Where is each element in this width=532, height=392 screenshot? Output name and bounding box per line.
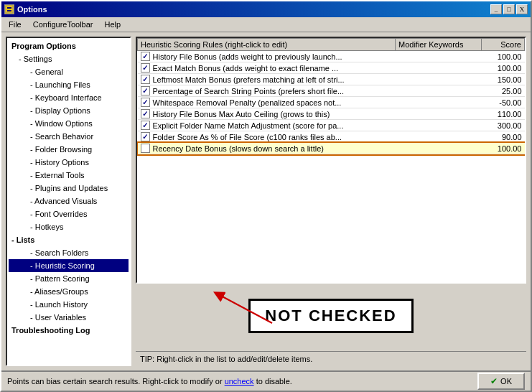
rule-keywords	[396, 131, 482, 143]
window-icon	[4, 4, 14, 14]
sidebar-section-lists[interactable]: - Lists	[9, 233, 129, 246]
rule-label: Explicit Folder Name Match Adjustment (s…	[153, 121, 344, 130]
sidebar-item-window-options[interactable]: - Window Options	[9, 117, 129, 130]
rule-score: -50.00	[482, 97, 525, 108]
rule-checkbox[interactable]	[141, 98, 150, 107]
rule-score: 300.00	[482, 120, 525, 131]
sidebar-item-settings[interactable]: - Settings	[9, 52, 129, 65]
table-row[interactable]: Recency Date Bonus (slows down search a …	[138, 143, 525, 154]
sidebar-item-external-tools[interactable]: - External Tools	[9, 169, 129, 182]
sidebar-item-history-options[interactable]: - History Options	[9, 156, 129, 169]
options-window: Options _ □ X File ConfigureToolbar Help…	[0, 0, 532, 392]
sidebar-item-search-folders[interactable]: - Search Folders	[9, 246, 129, 259]
rule-label: History File Bonus Max Auto Ceiling (gro…	[153, 110, 330, 118]
sidebar-item-general[interactable]: - General	[9, 65, 129, 78]
sidebar-item-font-overrides[interactable]: - Font Overrides	[9, 207, 129, 220]
sidebar-item-advanced-visuals[interactable]: - Advanced Visuals	[9, 195, 129, 207]
sidebar-section-program-options[interactable]: Program Options	[9, 39, 129, 52]
sidebar-item-keyboard-interface[interactable]: - Keyboard Interface	[9, 91, 129, 104]
rule-cell: Whitespace Removal Penalty (penalized sp…	[138, 97, 396, 108]
sidebar: Program Options - Settings - General - L…	[6, 37, 131, 366]
rule-checkbox[interactable]	[141, 132, 150, 141]
rule-score: 100.00	[482, 51, 525, 62]
rule-label: Recency Date Bonus (slows down search a …	[153, 144, 324, 153]
sidebar-item-search-behavior[interactable]: - Search Behavior	[9, 130, 129, 143]
title-bar: Options _ □ X	[1, 1, 531, 17]
uncheck-link[interactable]: uncheck	[225, 377, 254, 386]
annotation-area: NOT CHECKED	[136, 284, 526, 348]
tip-text: TIP: Right-click in the list to add/edit…	[140, 355, 312, 363]
menu-help[interactable]: Help	[101, 19, 126, 30]
rule-score: 110.00	[482, 108, 525, 120]
rule-keywords	[396, 97, 482, 108]
rule-checkbox[interactable]	[141, 144, 150, 153]
sidebar-item-aliases-groups[interactable]: - Aliases/Groups	[9, 285, 129, 298]
col-header-score: Score	[482, 39, 525, 51]
rule-label: Percentage of Search String Points (pref…	[153, 87, 345, 95]
svg-rect-1	[7, 7, 11, 9]
ok-button[interactable]: ✔ OK	[477, 373, 525, 390]
rule-label: Folder Score As % of File Score (c100 ra…	[153, 133, 342, 141]
rule-cell: Leftmost Match Bonus (prefers matching a…	[138, 74, 396, 85]
tip-bar: TIP: Right-click in the list to add/edit…	[136, 351, 526, 366]
rule-score: 90.00	[482, 131, 525, 143]
rule-cell: Folder Score As % of File Score (c100 ra…	[138, 131, 396, 143]
rule-cell: Percentage of Search String Points (pref…	[138, 85, 396, 97]
sidebar-item-display-options[interactable]: - Display Options	[9, 104, 129, 117]
rule-cell: Exact Match Bonus (adds weight to exact …	[138, 62, 396, 74]
menu-bar: File ConfigureToolbar Help	[1, 17, 531, 32]
sidebar-item-plugins-and-updates[interactable]: - Plugins and Updates	[9, 182, 129, 195]
rule-checkbox[interactable]	[141, 86, 150, 95]
rule-label: Exact Match Bonus (adds weight to exact …	[153, 64, 339, 73]
rules-table-container[interactable]: Heuristic Scoring Rules (right-click to …	[136, 37, 526, 284]
rule-keywords	[396, 120, 482, 131]
maximize-button[interactable]: □	[503, 4, 515, 14]
rule-label: Leftmost Match Bonus (prefers matching a…	[153, 75, 345, 84]
rule-checkbox[interactable]	[141, 121, 150, 130]
sidebar-item-hotkeys[interactable]: - Hotkeys	[9, 220, 129, 233]
main-panel: Heuristic Scoring Rules (right-click to …	[136, 37, 526, 366]
table-row[interactable]: History File Bonus Max Auto Ceiling (gro…	[138, 108, 525, 120]
rule-label: Whitespace Removal Penalty (penalized sp…	[153, 98, 342, 107]
sidebar-item-troubleshooting-log[interactable]: Troubleshooting Log	[9, 324, 129, 337]
sidebar-item-launching-files[interactable]: - Launching Files	[9, 78, 129, 91]
table-row[interactable]: Exact Match Bonus (adds weight to exact …	[138, 62, 525, 74]
rule-cell: History File Bonus Max Auto Ceiling (gro…	[138, 108, 396, 120]
table-row[interactable]: Whitespace Removal Penalty (penalized sp…	[138, 97, 525, 108]
rule-cell: Explicit Folder Name Match Adjustment (s…	[138, 120, 396, 131]
rule-checkbox[interactable]	[141, 75, 150, 84]
sidebar-item-folder-browsing[interactable]: - Folder Browsing	[9, 143, 129, 156]
rule-keywords	[396, 85, 482, 97]
sidebar-item-heuristic-scoring[interactable]: - Heuristic Scoring	[9, 259, 129, 272]
svg-rect-0	[6, 6, 13, 13]
table-row[interactable]: History File Bonus (adds weight to previ…	[138, 51, 525, 62]
title-buttons: _ □ X	[490, 4, 528, 14]
content-area: Program Options - Settings - General - L…	[1, 32, 531, 370]
window-title: Options	[17, 5, 47, 14]
rule-checkbox[interactable]	[141, 52, 150, 61]
rule-keywords	[396, 62, 482, 74]
table-row[interactable]: Explicit Folder Name Match Adjustment (s…	[138, 120, 525, 131]
rule-keywords	[396, 51, 482, 62]
rule-score: 25.00	[482, 85, 525, 97]
table-row[interactable]: Percentage of Search String Points (pref…	[138, 85, 525, 97]
sidebar-item-launch-history[interactable]: - Launch History	[9, 298, 129, 311]
rule-keywords	[396, 108, 482, 120]
rule-checkbox[interactable]	[141, 109, 150, 118]
table-row[interactable]: Leftmost Match Bonus (prefers matching a…	[138, 74, 525, 85]
rule-cell: Recency Date Bonus (slows down search a …	[138, 143, 396, 154]
ok-icon: ✔	[490, 376, 498, 386]
rules-section: Heuristic Scoring Rules (right-click to …	[136, 37, 526, 348]
ok-label: OK	[500, 377, 512, 386]
sidebar-item-user-variables[interactable]: - User Variables	[9, 311, 129, 324]
col-header-keywords: Modifier Keywords	[396, 39, 482, 51]
rule-score: 100.00	[482, 62, 525, 74]
rule-label: History File Bonus (adds weight to previ…	[153, 52, 342, 61]
close-button[interactable]: X	[516, 4, 528, 14]
table-row[interactable]: Folder Score As % of File Score (c100 ra…	[138, 131, 525, 143]
minimize-button[interactable]: _	[490, 4, 502, 14]
sidebar-item-pattern-scoring[interactable]: - Pattern Scoring	[9, 272, 129, 285]
rule-checkbox[interactable]	[141, 63, 150, 73]
menu-file[interactable]: File	[4, 19, 26, 30]
menu-configure-toolbar[interactable]: ConfigureToolbar	[29, 19, 98, 30]
